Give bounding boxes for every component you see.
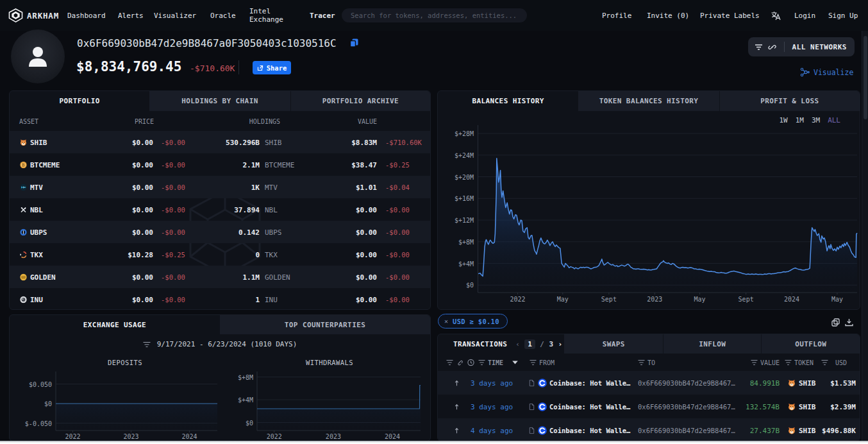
nav-visualizer[interactable]: Visualizer <box>154 0 196 31</box>
tab-inflow[interactable]: INFLOW <box>663 334 762 354</box>
nav-login[interactable]: Login <box>794 0 815 31</box>
x-axis-label: 2024 <box>385 433 400 440</box>
tx-from[interactable]: Coinbase: Hot Walle… <box>549 427 630 434</box>
nav-tracer[interactable]: Tracer <box>310 0 335 31</box>
tab-swaps[interactable]: SWAPS <box>564 334 663 354</box>
filter-icon[interactable] <box>751 359 758 366</box>
nav-dashboard[interactable]: Dashboard <box>67 0 106 31</box>
tab-portfolio[interactable]: PORTFOLIO <box>10 91 149 111</box>
x-axis-label: May <box>694 296 706 303</box>
portfolio-row-shib[interactable]: SHIB$0.00-$0.00530.296BSHIB$8.83M-$710.6… <box>10 131 430 153</box>
filter-icon <box>478 359 485 366</box>
asset-price-change: -$0.25 <box>161 251 185 259</box>
doc-icon[interactable] <box>528 427 535 434</box>
portfolio-row-nbl[interactable]: NBL$0.00-$0.0037.894NBL$0.00-$0.00 <box>10 198 430 221</box>
clock-icon <box>467 359 474 366</box>
tab-portfolio-archive[interactable]: PORTFOLIO ARCHIVE <box>290 91 430 111</box>
page-prev-icon[interactable]: ‹ <box>515 340 520 348</box>
portfolio-row-tkx[interactable]: TKX$10.28-$0.250TKX$0.00-$0.00 <box>10 243 430 266</box>
filter-icon[interactable] <box>446 359 453 366</box>
scrollbar[interactable] <box>862 31 868 441</box>
tx-from[interactable]: Coinbase: Hot Walle… <box>549 403 630 411</box>
filter-icon <box>751 359 758 366</box>
balances-history-chart[interactable]: $0$+4M$+8M$+12M$+16M$+20M$+24M$+28M2022M… <box>438 91 860 309</box>
language-icon[interactable] <box>771 0 781 31</box>
asset-ticker: UBPS <box>265 228 282 236</box>
col-price: PRICE <box>135 117 154 124</box>
chain-icon[interactable] <box>456 359 463 366</box>
col-to[interactable]: TO <box>647 359 655 366</box>
x-axis-label: 2022 <box>267 433 282 440</box>
col-time[interactable]: TIME <box>488 359 503 366</box>
col-usd[interactable]: USD <box>835 359 847 366</box>
share-button[interactable]: Share <box>253 61 291 74</box>
coinbase-icon <box>538 402 547 411</box>
tx-token[interactable]: SHIB <box>799 426 816 434</box>
filter-icon <box>755 44 763 51</box>
tx-time[interactable]: 4 days ago <box>471 426 513 434</box>
tab-holdings-by-chain[interactable]: HOLDINGS BY CHAIN <box>149 91 290 111</box>
scrollbar-thumb[interactable] <box>864 36 867 119</box>
asset-price-change: -$0.00 <box>161 296 185 303</box>
asset-name: GOLDEN <box>30 273 56 281</box>
portfolio-row-inu[interactable]: INU$0.00-$0.001INU$0.00-$0.00 <box>10 288 430 310</box>
filter-icon[interactable] <box>785 359 792 366</box>
doc-icon[interactable] <box>528 379 535 386</box>
nav-alerts[interactable]: Alerts <box>118 0 144 31</box>
portfolio-row-golden[interactable]: GOLDEN$0.00-$0.001.1MGOLDEN$0.00-$0.00 <box>10 266 430 288</box>
tx-from[interactable]: Coinbase: Hot Walle… <box>549 379 630 387</box>
nav-private-labels[interactable]: Private Labels <box>700 0 760 31</box>
tx-token[interactable]: SHIB <box>799 402 816 411</box>
portfolio-row-btcmeme[interactable]: BTCMEME$0.00-$0.002.1MBTCMEME$38.47-$0.2… <box>10 153 430 176</box>
portfolio-row-ubps[interactable]: UBPS$0.00-$0.000.142UBPS$0.00-$0.00 <box>10 221 430 243</box>
asset-price: $10.28 <box>128 250 153 259</box>
y-axis-label: $+4M <box>438 260 474 267</box>
nav-intel-exchange[interactable]: Intel Exchange <box>249 0 283 31</box>
portfolio-row-mtv[interactable]: MTV$0.00-$0.001KMTV$1.01-$0.04 <box>10 176 430 198</box>
copy-table-icon[interactable] <box>831 318 840 327</box>
portfolio-table: SHIB$0.00-$0.00530.296BSHIB$8.83M-$710.6… <box>10 131 430 310</box>
networks-filter[interactable]: ALL NETWORKS <box>748 37 855 56</box>
x-axis-label: 2023 <box>326 433 341 440</box>
tab-transactions[interactable]: TRANSACTIONS ‹ 1 / 3 › <box>438 334 564 354</box>
asset-price-change: -$0.00 <box>161 139 185 146</box>
tx-time[interactable]: 3 days ago <box>471 379 513 387</box>
usd-filter-chip[interactable]: ✕ USD ≥ $0.10 <box>438 314 508 329</box>
nav-signup[interactable]: Sign Up <box>828 0 858 31</box>
tx-token[interactable]: SHIB <box>799 379 816 387</box>
filter-icon[interactable] <box>821 359 828 366</box>
filter-icon[interactable] <box>530 359 537 366</box>
tx-time[interactable]: 3 days ago <box>471 402 513 411</box>
col-from[interactable]: FROM <box>539 359 555 366</box>
graph-icon <box>800 67 810 77</box>
filter-icon[interactable] <box>478 359 485 366</box>
tab-outflow[interactable]: OUTFLOW <box>761 334 860 354</box>
visualize-button[interactable]: Visualize <box>800 67 853 77</box>
nav-invite[interactable]: Invite (0) <box>647 0 689 31</box>
clock-icon[interactable] <box>467 359 474 366</box>
transaction-row[interactable]: 3 days agoCoinbase: Hot Walle…0x6F669030… <box>438 371 860 395</box>
arkham-logo[interactable]: ARKHAM <box>8 0 59 31</box>
close-icon[interactable]: ✕ <box>444 318 448 325</box>
nav-oracle[interactable]: Oracle <box>210 0 236 31</box>
arrow-out-icon <box>453 379 460 386</box>
page-next-icon[interactable]: › <box>558 340 562 348</box>
filter-icon[interactable] <box>638 359 645 366</box>
transaction-row[interactable]: 4 days agoCoinbase: Hot Walle…0x6F669030… <box>438 418 860 441</box>
asset-value-change: -$710.60K <box>385 139 422 146</box>
nav-profile[interactable]: Profile <box>602 0 631 31</box>
search-input[interactable] <box>342 8 527 22</box>
divider <box>784 42 785 52</box>
download-icon[interactable] <box>845 318 853 327</box>
tx-to[interactable]: 0x6F669030bB47d2e9B8467… <box>638 379 735 387</box>
usd-filter-label: USD ≥ $0.10 <box>453 318 499 325</box>
sort-desc-icon[interactable] <box>512 359 519 366</box>
tx-to[interactable]: 0x6F669030bB47d2e9B8467… <box>638 403 735 411</box>
col-value[interactable]: VALUE <box>760 359 780 366</box>
copy-address-icon[interactable] <box>349 38 359 47</box>
col-token[interactable]: TOKEN <box>794 359 814 366</box>
withdrawals-chart[interactable]: $0$+4M$+8M202220232024 <box>10 315 430 441</box>
transaction-row[interactable]: 3 days agoCoinbase: Hot Walle…0x6F669030… <box>438 395 860 418</box>
doc-icon[interactable] <box>528 403 535 410</box>
tx-to[interactable]: 0x6F669030bB47d2e9B8467… <box>638 427 735 434</box>
